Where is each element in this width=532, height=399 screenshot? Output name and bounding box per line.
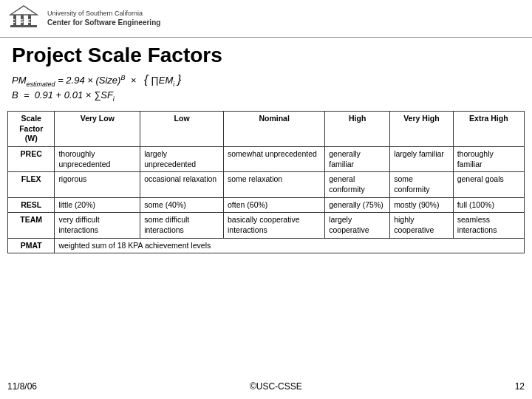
row-nominal: somewhat unprecedented [224, 147, 325, 172]
row-very-low: very difficult interactions [55, 213, 140, 238]
row-very-high: some conformity [390, 172, 454, 197]
row-high: generally (75%) [325, 197, 390, 213]
row-extra-high: seamless interactions [453, 213, 524, 238]
row-very-low: rigorous [55, 172, 140, 197]
logo: C S E [7, 4, 40, 33]
row-factor: TEAM [8, 213, 55, 238]
scale-factors-table-container: Scale Factor(W) Very Low Low Nominal Hig… [0, 108, 532, 256]
row-low: largely unprecedented [140, 147, 224, 172]
row-pmat-text: weighted sum of 18 KPA achievement level… [55, 238, 525, 253]
table-header-row: Scale Factor(W) Very Low Low Nominal Hig… [8, 112, 525, 147]
svg-rect-4 [10, 25, 37, 27]
row-extra-high: general goals [453, 172, 524, 197]
pm-formula: PMestimated = 2.94 × (Size)B × { ∏EMi } [12, 75, 181, 86]
formula-2: B = 0.91 + 0.01 × ∑SFi [12, 89, 520, 103]
row-high: largely cooperative [325, 213, 390, 238]
row-very-high: largely familiar [390, 147, 454, 172]
university-name: University of Southern California [47, 9, 160, 18]
row-very-low: little (20%) [55, 197, 140, 213]
row-extra-high: thoroughly familiar [453, 147, 524, 172]
row-very-high: mostly (90%) [390, 197, 454, 213]
row-factor: FLEX [8, 172, 55, 197]
footer: 11/8/06 ©USC-CSSE 12 [0, 378, 532, 395]
col-header-nominal: Nominal [224, 112, 325, 147]
table-row: PREC thoroughly unprecedented largely un… [8, 147, 525, 172]
col-header-low: Low [140, 112, 224, 147]
row-very-low: thoroughly unprecedented [55, 147, 140, 172]
row-nominal: often (60%) [224, 197, 325, 213]
svg-text:S: S [20, 18, 24, 24]
col-header-factor: Scale Factor(W) [8, 112, 55, 147]
row-very-high: highly cooperative [390, 213, 454, 238]
header: C S E University of Southern California … [0, 0, 532, 38]
table-row: RESL little (20%) some (40%) often (60%)… [8, 197, 525, 213]
svg-text:C: C [12, 18, 16, 24]
col-header-high: High [325, 112, 390, 147]
svg-text:E: E [27, 18, 31, 24]
row-nominal: some relaxation [224, 172, 325, 197]
formula-area: PMestimated = 2.94 × (Size)B × { ∏EMi } … [0, 70, 532, 108]
footer-copyright: ©USC-CSSE [250, 381, 302, 392]
row-high: general conformity [325, 172, 390, 197]
b-formula: B = 0.91 + 0.01 × ∑SFi [12, 89, 115, 100]
row-low: some (40%) [140, 197, 224, 213]
page-title: Project Scale Factors [0, 38, 532, 70]
row-high: generally familiar [325, 147, 390, 172]
col-header-very-high: Very High [390, 112, 454, 147]
row-low: occasional relaxation [140, 172, 224, 197]
row-extra-high: full (100%) [453, 197, 524, 213]
row-factor: PMAT [8, 238, 55, 253]
col-header-extra-high: Extra High [453, 112, 524, 147]
footer-page: 12 [515, 381, 525, 392]
scale-factors-table: Scale Factor(W) Very Low Low Nominal Hig… [7, 111, 525, 253]
center-name: Center for Software Engineering [47, 18, 160, 28]
row-factor: PREC [8, 147, 55, 172]
row-factor: RESL [8, 197, 55, 213]
row-nominal: basically cooperative interactions [224, 213, 325, 238]
table-row: FLEX rigorous occasional relaxation some… [8, 172, 525, 197]
svg-marker-0 [10, 6, 37, 15]
table-row: PMAT weighted sum of 18 KPA achievement … [8, 238, 525, 253]
formula-1: PMestimated = 2.94 × (Size)B × { ∏EMi } [12, 73, 520, 88]
col-header-very-low: Very Low [55, 112, 140, 147]
header-text: University of Southern California Center… [47, 9, 160, 29]
table-row: TEAM very difficult interactions some di… [8, 213, 525, 238]
row-low: some difficult interactions [140, 213, 224, 238]
footer-date: 11/8/06 [7, 381, 37, 392]
